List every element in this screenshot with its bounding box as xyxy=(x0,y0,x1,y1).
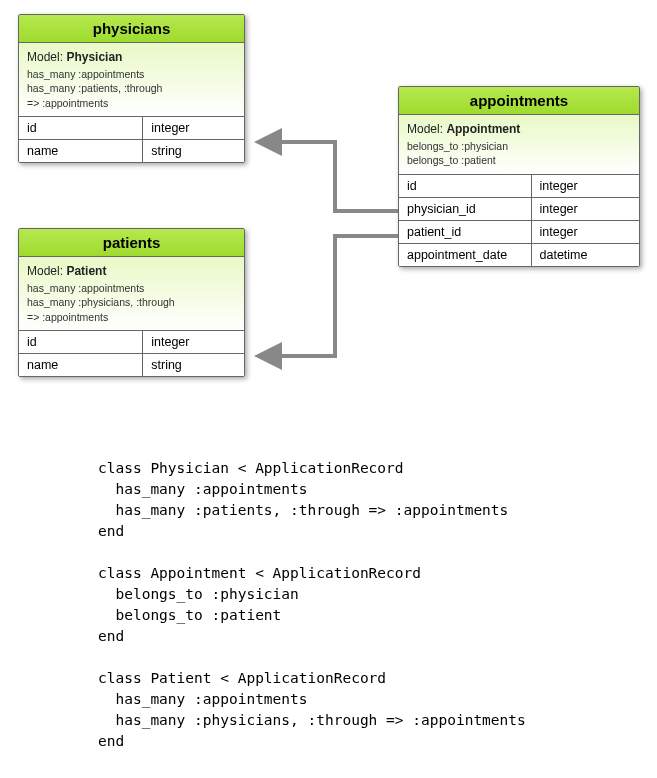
table-row: patient_idinteger xyxy=(399,220,639,243)
entity-patients: patients Model: Patient has_many :appoin… xyxy=(18,228,245,377)
table-row: idinteger xyxy=(19,117,244,140)
entity-meta: Model: Appointment belongs_to :physician… xyxy=(399,115,639,175)
entity-columns: idinteger namestring xyxy=(19,117,244,162)
table-row: namestring xyxy=(19,139,244,162)
table-row: idinteger xyxy=(19,331,244,354)
entity-title: patients xyxy=(19,229,244,257)
entity-physicians: physicians Model: Physician has_many :ap… xyxy=(18,14,245,163)
table-row: appointment_datedatetime xyxy=(399,243,639,266)
er-diagram-canvas: physicians Model: Physician has_many :ap… xyxy=(0,0,657,430)
entity-appointments: appointments Model: Appointment belongs_… xyxy=(398,86,640,267)
table-row: namestring xyxy=(19,353,244,376)
arrow-appointments-to-physicians xyxy=(258,142,398,211)
code-sample: class Physician < ApplicationRecord has_… xyxy=(98,458,526,752)
entity-title: physicians xyxy=(19,15,244,43)
entity-columns: idinteger namestring xyxy=(19,331,244,376)
arrow-appointments-to-patients xyxy=(258,236,398,356)
table-row: physician_idinteger xyxy=(399,197,639,220)
entity-meta: Model: Patient has_many :appointments ha… xyxy=(19,257,244,331)
entity-columns: idinteger physician_idinteger patient_id… xyxy=(399,175,639,266)
entity-meta: Model: Physician has_many :appointments … xyxy=(19,43,244,117)
table-row: idinteger xyxy=(399,175,639,198)
entity-title: appointments xyxy=(399,87,639,115)
